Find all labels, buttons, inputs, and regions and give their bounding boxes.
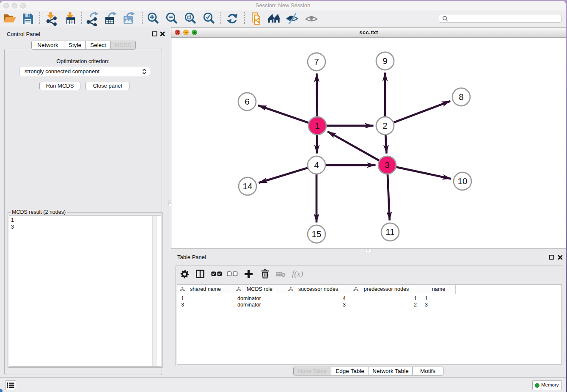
svg-text:10: 10 [458, 176, 468, 186]
svg-text:14: 14 [243, 181, 253, 191]
svg-text:4: 4 [314, 160, 319, 170]
svg-text:2: 2 [383, 121, 387, 130]
svg-text:9: 9 [383, 56, 387, 66]
svg-text:11: 11 [385, 227, 394, 237]
svg-text:3: 3 [385, 160, 389, 170]
svg-text:7: 7 [314, 57, 319, 66]
svg-text:8: 8 [459, 92, 463, 102]
svg-text:1: 1 [315, 121, 319, 130]
svg-text:15: 15 [312, 229, 322, 239]
svg-text:6: 6 [245, 97, 249, 106]
